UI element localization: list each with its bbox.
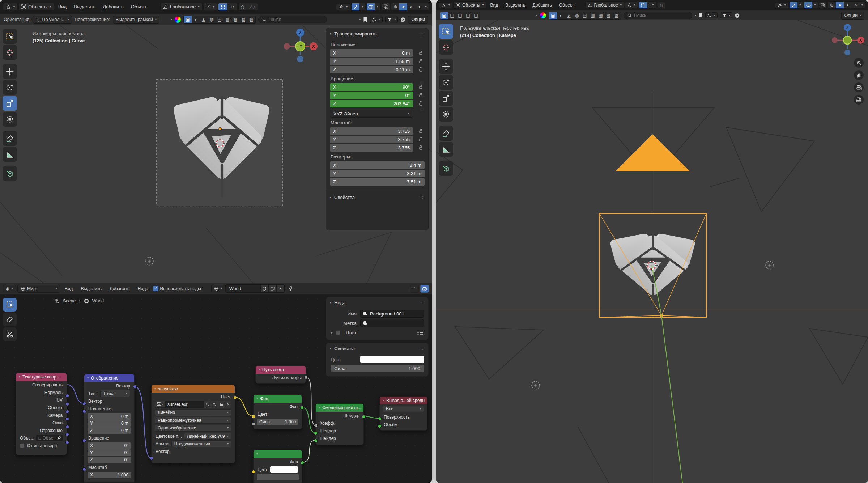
world-datablock-icon-dropdown[interactable]: ▾ — [211, 285, 225, 292]
snap-magnet-toggle[interactable] — [639, 2, 647, 8]
shading-dropdown[interactable]: ▾ — [860, 2, 865, 8]
shading-dropdown[interactable]: ▾ — [423, 3, 429, 10]
source-select[interactable]: Одно изображение▾ — [155, 425, 231, 432]
lock-icon[interactable] — [417, 51, 425, 55]
properties-panel-header[interactable]: ▾ Свойства :::: — [326, 343, 428, 354]
tool-icon-6[interactable]: ▥ — [589, 12, 597, 19]
toggle-perspective-button[interactable] — [854, 95, 864, 105]
rotation-y-field[interactable]: Y0° — [330, 92, 413, 99]
select-set-button[interactable]: ▣ — [440, 12, 448, 19]
background-node-1[interactable]: ▾Фон Фон Цвет Сила1.000 — [253, 394, 302, 429]
filter-dropdown[interactable]: ▾ — [720, 12, 732, 18]
projection-select[interactable]: Равнопромежуточная▾ — [155, 417, 231, 424]
mode-selector[interactable]: Объекты ▾ — [18, 3, 54, 11]
snap-magnet-toggle[interactable] — [218, 3, 227, 10]
presets-list-icon[interactable] — [417, 330, 423, 335]
show-overlays-toggle[interactable] — [804, 2, 812, 8]
mapping-type-select[interactable]: Точка▾ — [100, 390, 130, 397]
transform-orientation-select[interactable]: По умолч... ▾ — [33, 16, 72, 24]
outliner-sync-dropdown[interactable]: ▾ — [705, 12, 718, 18]
image-copy[interactable] — [211, 401, 218, 408]
menu-select[interactable]: Выделить — [71, 3, 99, 10]
shading-material-button[interactable]: ◐ — [407, 3, 415, 10]
visibility-dropdown[interactable]: ▾ — [775, 2, 788, 8]
strength-field[interactable] — [257, 474, 299, 480]
select-new-button[interactable]: ▣ — [184, 16, 192, 23]
color-wheel-icon[interactable] — [175, 17, 181, 23]
from-instancer-row[interactable]: От инстансера — [16, 442, 67, 449]
scale-y-field[interactable]: Y3.755 — [330, 136, 413, 143]
node-name-field[interactable]: Background.001 — [360, 310, 424, 318]
node-label-field[interactable] — [360, 319, 424, 327]
texture-coordinate-node[interactable]: ▾Текстурные коор... Сгенерировать Нормал… — [16, 373, 67, 455]
lock-icon[interactable] — [417, 129, 425, 134]
shading-rendered-button[interactable]: ◑ — [415, 3, 423, 10]
bookmark-icon[interactable] — [363, 17, 367, 22]
left-3d-viewport[interactable]: Z X -Y Из камеры перспектива (125) Colle… — [0, 25, 432, 283]
collapse-right-chevron[interactable]: ▾ — [695, 14, 696, 17]
collapse-right-chevron[interactable]: ▾ — [359, 18, 361, 21]
select-tool-c-button[interactable]: ▧ — [239, 16, 247, 23]
transform-tool[interactable] — [3, 112, 17, 127]
overlays-dropdown[interactable]: ▾ — [812, 2, 818, 8]
select-subtract-button[interactable]: ◭ — [200, 16, 208, 23]
strength-field[interactable]: Сила1.000 — [257, 419, 298, 425]
mode-selector[interactable]: Объекты ▾ — [453, 1, 486, 9]
filter-dropdown[interactable]: ▾ — [385, 16, 398, 23]
gizmo-dropdown[interactable]: ▾ — [797, 2, 803, 8]
scale-tool[interactable] — [439, 91, 453, 106]
location-x-field[interactable]: X0 m — [330, 49, 413, 57]
menu-add[interactable]: Добавить — [99, 3, 127, 10]
gizmo-dropdown[interactable]: ▾ — [359, 3, 365, 10]
snap-settings-dropdown[interactable]: ⊹▾ — [227, 3, 237, 10]
cursor-tool[interactable] — [3, 45, 17, 60]
select-intersect-button[interactable]: ◲ — [472, 12, 480, 19]
color-swatch[interactable] — [270, 466, 298, 473]
camera-view-button[interactable] — [854, 82, 864, 92]
select-intersect-button[interactable]: ▤ — [216, 16, 224, 23]
select-invert-button[interactable]: ◍ — [208, 16, 216, 23]
zoom-button[interactable] — [854, 58, 864, 68]
select-tool-a-button[interactable]: ▥ — [224, 16, 231, 23]
collapse-chevron[interactable]: ▾ — [536, 14, 537, 17]
gizmo-z-neg-axis[interactable] — [297, 56, 303, 62]
pivot-dropdown[interactable]: ▾ — [625, 2, 638, 8]
mapping-loc-x[interactable]: X0 m — [88, 413, 131, 420]
interpolation-select[interactable]: Линейно▾ — [155, 409, 231, 416]
node-header[interactable]: ▾sunset.exr — [152, 385, 235, 393]
menu-select[interactable]: Выделить — [502, 1, 528, 9]
search-input[interactable] — [634, 13, 688, 18]
rotation-z-field[interactable]: Z203.84° — [330, 100, 413, 107]
mapping-scale-x[interactable]: X1.000 — [88, 472, 131, 478]
select-subtract-button[interactable]: ◱ — [456, 12, 464, 19]
editor-type-button[interactable]: ◉ ▾ — [3, 285, 16, 292]
mix-shader-node[interactable]: ▾Смешивающий ш... Шейдер Коэфф. Шейдер Ш… — [315, 403, 364, 445]
measure-tool[interactable] — [439, 142, 453, 157]
options-button[interactable]: Опции — [408, 16, 428, 24]
tool-icon-2[interactable]: ◐ — [557, 12, 565, 19]
lock-icon[interactable] — [417, 93, 425, 98]
drag-mode-select[interactable]: Выделить рамкой ▾ — [113, 16, 159, 24]
location-y-field[interactable]: Y-1.55 m — [330, 58, 413, 65]
menu-add[interactable]: Добавить — [529, 1, 555, 9]
show-gizmo-toggle[interactable] — [790, 2, 797, 8]
rotation-mode-select[interactable]: XYZ Эйлер▾ — [330, 110, 413, 118]
dimensions-z-field[interactable]: Z7.51 m — [330, 178, 425, 186]
node-panel-header[interactable]: ▾ Нода :::: — [326, 297, 428, 308]
gizmo-x-neg-axis[interactable] — [284, 43, 290, 50]
select-tool-b-button[interactable]: ▦ — [231, 16, 239, 23]
rotate-tool[interactable] — [439, 75, 453, 90]
add-cube-tool[interactable] — [439, 161, 453, 176]
scale-x-field[interactable]: X3.755 — [330, 127, 413, 135]
node-overlays-toggle[interactable] — [420, 285, 429, 293]
overlays-dropdown[interactable]: ▾ — [375, 3, 380, 10]
tool-icon-3[interactable]: ◭ — [565, 12, 573, 19]
tool-icon-8[interactable]: ▧ — [605, 12, 613, 19]
xray-toggle[interactable] — [382, 3, 390, 10]
panel-grip[interactable]: :::: — [419, 32, 425, 36]
transform-tool[interactable] — [439, 107, 453, 122]
lock-icon[interactable] — [417, 101, 425, 106]
scale-tool[interactable] — [3, 96, 17, 111]
viewport-search[interactable] — [624, 12, 692, 19]
environment-texture-node[interactable]: ▾sunset.exr Цвет ▾ sunset.exr × Линейно▾… — [151, 385, 235, 463]
